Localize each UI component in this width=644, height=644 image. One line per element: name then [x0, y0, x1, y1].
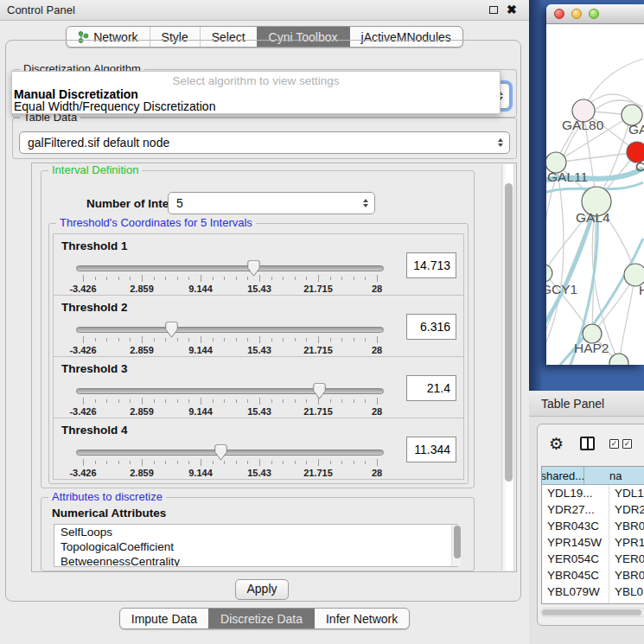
tick-mark — [295, 338, 296, 341]
table-row[interactable]: YDR27...YDR2 — [542, 501, 644, 518]
table-row[interactable]: YLR345WYLR3 — [542, 600, 644, 604]
bottom-tab-discretize-data[interactable]: Discretize Data — [208, 609, 314, 628]
gear-icon[interactable]: ⚙ — [549, 436, 564, 452]
table-row[interactable]: YBR045CYBR0 — [542, 567, 644, 583]
threshold-value-field[interactable]: 6.316 — [406, 314, 456, 340]
cell-name: YBL0 — [609, 585, 643, 598]
table-panel-titlebar: Table Panel — [529, 391, 644, 417]
column-header-na[interactable]: na — [584, 467, 644, 485]
control-panel: Control Panel ✖ NetworkStyleSelectCyni T… — [0, 0, 529, 644]
threshold-slider-2[interactable]: -3.4262.8599.14415.4321.71528 — [76, 322, 384, 356]
cell-name: YDR2 — [609, 503, 644, 516]
tick-mark — [95, 277, 96, 280]
table-row[interactable]: YDL19...YDL1 — [542, 485, 644, 501]
tick-label: 28 — [372, 345, 382, 355]
column-header-shared[interactable]: shared... — [542, 467, 584, 485]
bottom-tab-infer-network[interactable]: Infer Network — [314, 609, 409, 628]
table-panel: Table Panel ⚙ ✓ ✓ shared...na YDL19...YD… — [529, 391, 644, 644]
slider-thumb[interactable] — [165, 322, 178, 338]
slider-thumb[interactable] — [313, 383, 326, 399]
mac-minimize-icon[interactable] — [571, 9, 582, 19]
apply-button[interactable]: Apply — [235, 579, 289, 600]
tick-mark — [165, 277, 166, 280]
tick-mark — [130, 461, 131, 464]
tick-mark — [188, 338, 189, 341]
tick-label: 21.715 — [303, 406, 333, 417]
slider-thumb[interactable] — [247, 260, 260, 277]
numerical-attributes-label: Numerical Attributes — [52, 507, 166, 520]
tick-mark — [377, 398, 378, 405]
tick-label: -3.426 — [69, 284, 96, 294]
algorithm-option-equal-width-frequency-discretization[interactable]: Equal Width/Frequency Discretization — [14, 99, 215, 113]
threshold-row-4: Threshold 4-3.4262.8599.14415.4321.71528… — [53, 418, 464, 480]
threshold-slider-1[interactable]: -3.4262.8599.14415.4321.71528 — [76, 260, 384, 295]
tick-mark — [271, 338, 272, 341]
number-of-intervals-combobox[interactable]: 5 — [168, 192, 375, 214]
attribute-item-betweennesscentrality[interactable]: BetweennessCentrality — [54, 554, 457, 567]
node-table[interactable]: shared...na YDL19...YDL1YDR27...YDR2YBR0… — [541, 466, 644, 604]
tick-mark — [213, 277, 214, 280]
network-canvas[interactable]: GAL80GACGAL11GAL4GCY1HHAP2 — [546, 24, 644, 365]
threshold-value-field[interactable]: 14.713 — [406, 252, 456, 278]
tick-label: 28 — [372, 284, 382, 294]
threshold-slider-4[interactable]: -3.4262.8599.14415.4321.71528 — [76, 444, 384, 479]
network-node[interactable] — [609, 354, 628, 365]
network-node-gcy1[interactable] — [546, 265, 552, 282]
mac-zoom-icon[interactable] — [589, 9, 599, 19]
cell-name: YLR3 — [609, 602, 644, 604]
table-row[interactable]: YER054CYER0 — [542, 551, 644, 567]
tick-label: -3.426 — [69, 345, 96, 355]
tick-mark — [118, 461, 119, 464]
tick-mark — [330, 461, 331, 464]
threshold-row-2: Threshold 2-3.4262.8599.14415.4321.71528… — [53, 295, 464, 357]
threshold-rows: Threshold 1-3.4262.8599.14415.4321.71528… — [53, 234, 464, 480]
tick-mark — [271, 277, 272, 280]
attribute-item-topologicalcoefficient[interactable]: TopologicalCoefficient — [54, 539, 457, 554]
tick-mark — [142, 398, 143, 405]
attribute-item-selfloops[interactable]: SelfLoops — [54, 525, 457, 539]
tick-mark — [154, 399, 155, 403]
table-row[interactable]: YBR043CYBR0 — [542, 518, 644, 534]
tick-mark — [271, 399, 272, 403]
slider-thumb[interactable] — [214, 444, 227, 461]
checkbox-icon[interactable]: ✓ — [622, 439, 632, 449]
network-node-label: GAL4 — [576, 210, 610, 225]
tick-mark — [130, 277, 131, 280]
threshold-label: Threshold 4 — [61, 424, 128, 437]
attributes-scrollbar[interactable] — [451, 525, 461, 566]
cell-shared-name: YPR145W — [542, 534, 609, 551]
checkbox-icon[interactable]: ✓ — [609, 439, 619, 449]
cell-shared-name: YBL079W — [542, 583, 609, 600]
tick-mark — [247, 338, 248, 341]
threshold-label: Threshold 2 — [61, 301, 128, 314]
table-data-value: galFiltered.sif default node — [28, 136, 169, 150]
threshold-value-field[interactable]: 21.4 — [406, 375, 456, 401]
table-panel-body: ⚙ ✓ ✓ shared...na YDL19...YDL1YDR27...YD… — [537, 424, 644, 626]
attributes-scrollbar-thumb[interactable] — [454, 526, 461, 558]
numerical-attributes-list[interactable]: SelfLoopsTopologicalCoefficientBetweenne… — [54, 524, 458, 567]
float-window-icon[interactable] — [489, 6, 498, 14]
settings-scrollbar[interactable] — [501, 164, 514, 571]
close-icon[interactable]: ✖ — [507, 3, 517, 16]
columns-icon[interactable] — [580, 437, 595, 450]
tick-mark — [154, 461, 155, 464]
bottom-tab-impute-data[interactable]: Impute Data — [120, 609, 208, 628]
threshold-value-field[interactable]: 11.344 — [406, 437, 456, 462]
threshold-slider-3[interactable]: -3.4262.8599.14415.4321.71528 — [76, 383, 384, 418]
network-node-label: GCY1 — [546, 282, 577, 296]
table-data-combobox[interactable]: galFiltered.sif default node — [19, 131, 510, 154]
tick-mark — [106, 461, 107, 464]
tick-mark — [95, 338, 96, 341]
tick-mark — [188, 461, 189, 464]
cell-name: YBR0 — [609, 520, 644, 532]
table-hscrollbar[interactable] — [540, 608, 644, 617]
table-row[interactable]: YPR145WYPR1 — [542, 534, 644, 551]
attributes-group-label: Attributes to discretize — [48, 490, 166, 503]
settings-scrollbar-thumb[interactable] — [505, 183, 513, 481]
tick-mark — [306, 461, 307, 464]
mac-close-icon[interactable] — [554, 9, 564, 19]
tick-mark — [83, 275, 84, 282]
table-hscrollbar-thumb[interactable] — [542, 609, 641, 615]
tick-mark — [283, 338, 284, 341]
table-row[interactable]: YBL079WYBL0 — [542, 583, 644, 600]
